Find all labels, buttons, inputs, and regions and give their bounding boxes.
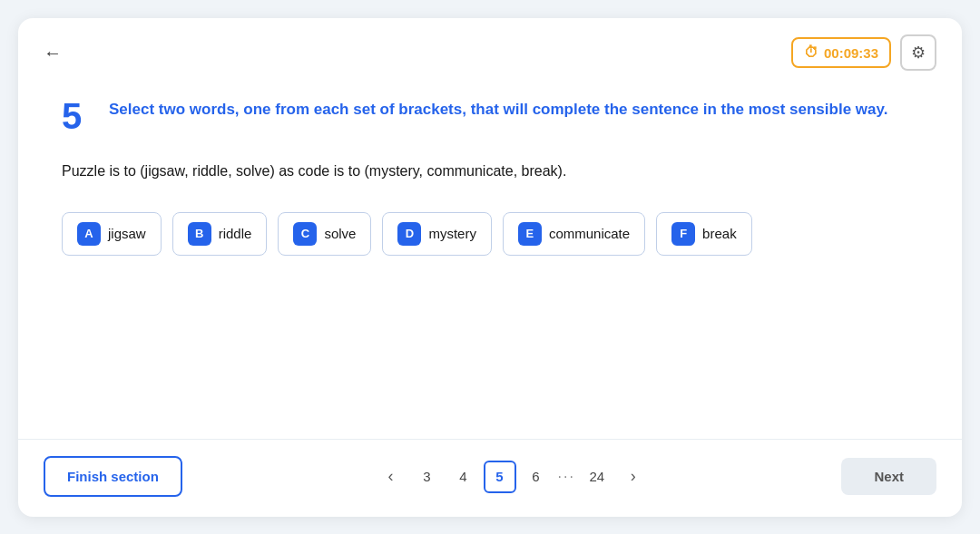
question-sentence: Puzzle is to (jigsaw, riddle, solve) as …	[62, 160, 918, 183]
option-d[interactable]: Dmystery	[382, 212, 492, 256]
option-word-a: jigsaw	[108, 226, 146, 241]
option-label-b: B	[188, 222, 211, 246]
timer-badge: ⏱ 00:09:33	[791, 37, 891, 68]
page-4[interactable]: 4	[447, 461, 480, 493]
settings-icon: ⚙	[911, 43, 926, 63]
option-label-f: F	[671, 222, 695, 246]
option-word-c: solve	[324, 226, 356, 241]
header: ← ⏱ 00:09:33 ⚙	[18, 18, 962, 80]
back-button[interactable]: ←	[44, 43, 62, 63]
page-24[interactable]: 24	[581, 461, 613, 493]
footer: Finish section ‹ 3 4 5 6 ··· 24 › Next	[18, 439, 962, 517]
question-number: 5	[62, 98, 91, 134]
option-word-b: riddle	[219, 226, 252, 241]
option-word-f: break	[702, 226, 737, 241]
option-label-c: C	[293, 222, 317, 246]
question-instruction: Select two words, one from each set of b…	[109, 98, 887, 121]
option-label-d: D	[397, 222, 421, 246]
next-button[interactable]: Next	[841, 458, 936, 495]
option-label-a: A	[77, 222, 101, 246]
finish-section-button[interactable]: Finish section	[44, 456, 182, 497]
pagination-prev-arrow[interactable]: ‹	[375, 461, 407, 493]
timer-value: 00:09:33	[824, 45, 878, 61]
pagination: ‹ 3 4 5 6 ··· 24 ›	[375, 461, 650, 493]
settings-button[interactable]: ⚙	[900, 34, 936, 71]
answer-options: AjigsawBriddleCsolveDmysteryEcommunicate…	[62, 212, 918, 256]
option-word-d: mystery	[428, 226, 476, 241]
question-header: 5 Select two words, one from each set of…	[62, 98, 918, 134]
back-icon: ←	[44, 43, 62, 63]
option-f[interactable]: Fbreak	[656, 212, 752, 256]
page-5-active[interactable]: 5	[484, 461, 516, 493]
quiz-card: ← ⏱ 00:09:33 ⚙ 5 Select two words, one f…	[18, 18, 962, 517]
option-b[interactable]: Briddle	[172, 212, 268, 256]
page-6[interactable]: 6	[520, 461, 553, 493]
option-c[interactable]: Csolve	[278, 212, 371, 256]
pagination-dots: ···	[556, 469, 577, 485]
option-e[interactable]: Ecommunicate	[503, 212, 645, 256]
timer-icon: ⏱	[804, 44, 818, 61]
option-label-e: E	[518, 222, 542, 246]
header-right: ⏱ 00:09:33 ⚙	[791, 34, 936, 71]
option-word-e: communicate	[549, 226, 630, 241]
main-content: 5 Select two words, one from each set of…	[18, 80, 962, 439]
option-a[interactable]: Ajigsaw	[62, 212, 162, 256]
page-3[interactable]: 3	[411, 461, 444, 493]
pagination-next-arrow[interactable]: ›	[617, 461, 650, 493]
